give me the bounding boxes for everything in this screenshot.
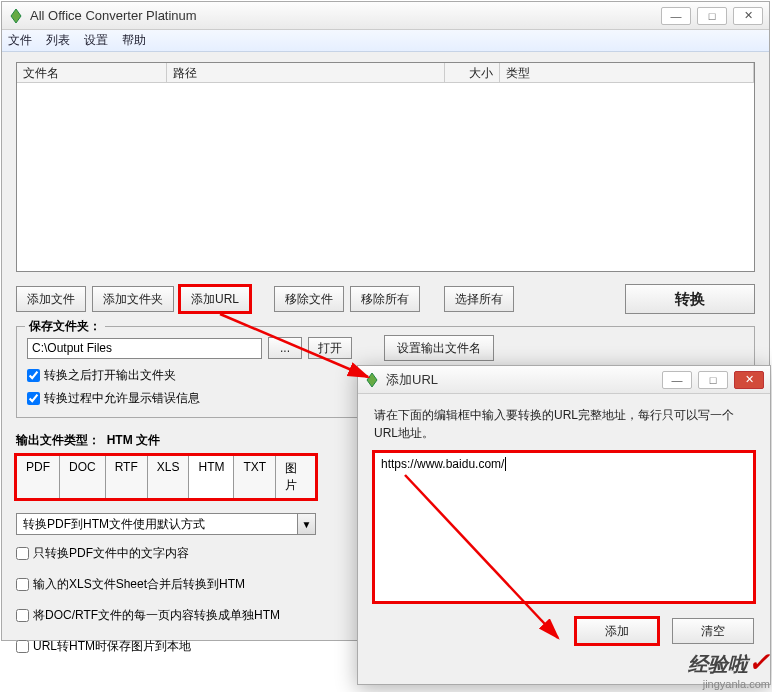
dialog-icon	[364, 372, 380, 388]
dialog-close-button[interactable]: ✕	[734, 371, 764, 389]
output-type-current: HTM 文件	[107, 433, 160, 447]
convert-button[interactable]: 转换	[625, 284, 755, 314]
check-icon: ✓	[748, 647, 770, 677]
watermark: 经验啦✓ jingyanla.com	[688, 647, 770, 690]
tab-xls[interactable]: XLS	[148, 456, 190, 498]
col-size[interactable]: 大小	[445, 63, 500, 82]
main-title: All Office Converter Platinum	[30, 8, 661, 23]
opt-doc-per-page[interactable]: 将DOC/RTF文件的每一页内容转换成单独HTM	[16, 607, 316, 624]
dialog-titlebar[interactable]: 添加URL — □ ✕	[358, 366, 770, 394]
output-type-tabs: PDF DOC RTF XLS HTM TXT 图片	[16, 455, 316, 499]
watermark-url: jingyanla.com	[703, 678, 770, 690]
dialog-buttons: 添加 清空	[374, 618, 754, 644]
add-url-dialog: 添加URL — □ ✕ 请在下面的编辑框中输入要转换的URL完整地址，每行只可以…	[357, 365, 771, 685]
dialog-minimize-button[interactable]: —	[662, 371, 692, 389]
opt-url-save-img-box[interactable]	[16, 640, 29, 653]
menu-help[interactable]: 帮助	[122, 32, 146, 49]
tab-rtf[interactable]: RTF	[106, 456, 148, 498]
dialog-body: 请在下面的编辑框中输入要转换的URL完整地址，每行只可以写一个URL地址。 ht…	[358, 394, 770, 684]
select-all-button[interactable]: 选择所有	[444, 286, 514, 312]
watermark-text: 经验啦✓	[688, 647, 770, 678]
menu-bar: 文件 列表 设置 帮助	[2, 30, 769, 52]
file-list[interactable]: 文件名 路径 大小 类型	[16, 62, 755, 272]
browse-button[interactable]: ...	[268, 337, 302, 359]
app-icon	[8, 8, 24, 24]
conversion-mode-dropdown[interactable]: 转换PDF到HTM文件使用默认方式 ▼	[16, 513, 316, 535]
dialog-window-controls: — □ ✕	[662, 371, 764, 389]
maximize-button[interactable]: □	[697, 7, 727, 25]
dialog-title: 添加URL	[386, 371, 662, 389]
add-url-button[interactable]: 添加URL	[180, 286, 250, 312]
chk-show-errors-label: 转换过程中允许显示错误信息	[44, 390, 200, 407]
add-folder-button[interactable]: 添加文件夹	[92, 286, 174, 312]
conversion-options: 只转换PDF文件中的文字内容 输入的XLS文件Sheet合并后转换到HTM 将D…	[16, 545, 316, 655]
opt-text-only-box[interactable]	[16, 547, 29, 560]
opt-xls-merge[interactable]: 输入的XLS文件Sheet合并后转换到HTM	[16, 576, 316, 593]
chk-show-errors-box[interactable]	[27, 392, 40, 405]
main-titlebar[interactable]: All Office Converter Platinum — □ ✕	[2, 2, 769, 30]
tab-pdf[interactable]: PDF	[17, 456, 60, 498]
dropdown-value: 转换PDF到HTM文件使用默认方式	[16, 513, 298, 535]
dialog-clear-button[interactable]: 清空	[672, 618, 754, 644]
menu-list[interactable]: 列表	[46, 32, 70, 49]
set-output-name-button[interactable]: 设置输出文件名	[384, 335, 494, 361]
opt-url-save-img[interactable]: URL转HTM时保存图片到本地	[16, 638, 316, 655]
col-type[interactable]: 类型	[500, 63, 754, 82]
dialog-instruction: 请在下面的编辑框中输入要转换的URL完整地址，每行只可以写一个URL地址。	[374, 406, 754, 442]
remove-all-button[interactable]: 移除所有	[350, 286, 420, 312]
action-buttons-row: 添加文件 添加文件夹 添加URL 移除文件 移除所有 选择所有 转换	[16, 284, 755, 314]
dialog-maximize-button[interactable]: □	[698, 371, 728, 389]
minimize-button[interactable]: —	[661, 7, 691, 25]
col-filename[interactable]: 文件名	[17, 63, 167, 82]
col-path[interactable]: 路径	[167, 63, 445, 82]
output-path-input[interactable]	[27, 338, 262, 359]
menu-settings[interactable]: 设置	[84, 32, 108, 49]
tab-image[interactable]: 图片	[276, 456, 315, 498]
chk-open-after-label: 转换之后打开输出文件夹	[44, 367, 176, 384]
chevron-down-icon[interactable]: ▼	[298, 513, 316, 535]
text-cursor	[505, 457, 506, 471]
menu-file[interactable]: 文件	[8, 32, 32, 49]
chk-open-after-box[interactable]	[27, 369, 40, 382]
open-folder-button[interactable]: 打开	[308, 337, 352, 359]
opt-text-only[interactable]: 只转换PDF文件中的文字内容	[16, 545, 316, 562]
tab-doc[interactable]: DOC	[60, 456, 106, 498]
tab-txt[interactable]: TXT	[234, 456, 276, 498]
remove-file-button[interactable]: 移除文件	[274, 286, 344, 312]
add-file-button[interactable]: 添加文件	[16, 286, 86, 312]
url-text-content: https://www.baidu.com/	[381, 457, 504, 471]
dialog-add-button[interactable]: 添加	[576, 618, 658, 644]
file-list-header: 文件名 路径 大小 类型	[17, 63, 754, 83]
opt-doc-per-page-box[interactable]	[16, 609, 29, 622]
save-folder-legend: 保存文件夹：	[25, 318, 105, 335]
opt-xls-merge-box[interactable]	[16, 578, 29, 591]
main-window-controls: — □ ✕	[661, 7, 763, 25]
url-textarea[interactable]: https://www.baidu.com/	[374, 452, 754, 602]
close-button[interactable]: ✕	[733, 7, 763, 25]
tab-htm[interactable]: HTM	[189, 456, 234, 498]
